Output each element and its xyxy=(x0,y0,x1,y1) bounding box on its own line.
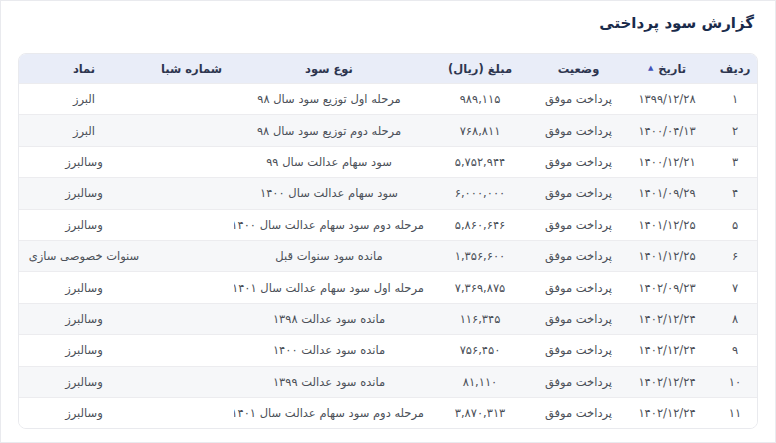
dividend-table: ردیف تاریخ ▲ وضعیت مبلغ (ریال) نوع سود ش… xyxy=(18,53,758,429)
cell-amount: ۳,۸۷۰,۳۱۳ xyxy=(424,406,536,420)
cell-status: پرداخت موفق xyxy=(536,92,621,106)
cell-status: پرداخت موفق xyxy=(536,218,621,232)
table-row: ۱۱۱۴۰۲/۱۲/۲۴پرداخت موفق۳,۸۷۰,۳۱۳مرحله دو… xyxy=(19,397,757,428)
column-header-amount: مبلغ (ریال) xyxy=(424,62,536,76)
column-header-radif: ردیف xyxy=(713,62,757,76)
cell-amount: ۷,۳۶۹,۸۷۵ xyxy=(424,281,536,295)
cell-symbol: وسالبرز xyxy=(19,281,149,295)
cell-radif: ۱۰ xyxy=(713,375,757,389)
cell-radif: ۵ xyxy=(713,218,757,232)
cell-date: ۱۴۰۲/۱۲/۲۴ xyxy=(621,343,713,357)
cell-status: پرداخت موفق xyxy=(536,124,621,138)
cell-radif: ۷ xyxy=(713,281,757,295)
cell-type: سود سهام عدالت سال ۱۴۰۰ xyxy=(234,186,424,200)
cell-amount: ۹۸۹,۱۱۵ xyxy=(424,92,536,106)
cell-radif: ۴ xyxy=(713,186,757,200)
cell-date: ۱۴۰۲/۱۲/۲۴ xyxy=(621,406,713,420)
table-row: ۹۱۴۰۲/۱۲/۲۴پرداخت موفق۷۵۶,۴۵۰مانده سود ع… xyxy=(19,334,757,365)
cell-date: ۱۴۰۰/۰۴/۱۳ xyxy=(621,124,713,138)
cell-date: ۱۴۰۰/۱۲/۲۱ xyxy=(621,155,713,169)
column-header-status: وضعیت xyxy=(536,62,621,76)
cell-symbol: وسالبرز xyxy=(19,375,149,389)
cell-date: ۱۴۰۱/۱۲/۲۵ xyxy=(621,218,713,232)
cell-symbol: البرز xyxy=(19,124,149,138)
cell-symbol: سنوات خصوصی سازی xyxy=(19,249,149,263)
column-header-dividend-type: نوع سود xyxy=(234,62,424,76)
cell-symbol: البرز xyxy=(19,92,149,106)
table-row: ۸۱۴۰۲/۱۲/۲۴پرداخت موفق۱۱۶,۳۴۵مانده سود ع… xyxy=(19,303,757,334)
column-header-symbol: نماد xyxy=(19,62,149,76)
table-row: ۳۱۴۰۰/۱۲/۲۱پرداخت موفق۵,۷۵۲,۹۴۴سود سهام … xyxy=(19,146,757,177)
cell-symbol: وسالبرز xyxy=(19,186,149,200)
cell-radif: ۶ xyxy=(713,249,757,263)
page-title: گزارش سود پرداختی xyxy=(599,14,754,32)
cell-type: سود سهام عدالت سال ۹۹ xyxy=(234,155,424,169)
table-row: ۶۱۴۰۱/۱۲/۲۵پرداخت موفق۱,۳۵۶,۶۰۰مانده سود… xyxy=(19,240,757,271)
cell-type: مرحله دوم سود سهام عدالت سال ۱۴۰۱ xyxy=(234,406,424,420)
table-body: ۱۱۳۹۹/۱۲/۲۸پرداخت موفق۹۸۹,۱۱۵مرحله اول ت… xyxy=(19,83,757,428)
cell-radif: ۳ xyxy=(713,155,757,169)
table-row: ۴۱۴۰۱/۰۹/۲۹پرداخت موفق۶,۰۰۰,۰۰۰سود سهام … xyxy=(19,177,757,208)
cell-amount: ۵,۷۵۲,۹۴۴ xyxy=(424,155,536,169)
column-header-date-label: تاریخ xyxy=(658,62,686,76)
cell-date: ۱۴۰۱/۱۲/۲۵ xyxy=(621,249,713,263)
cell-radif: ۲ xyxy=(713,124,757,138)
cell-status: پرداخت موفق xyxy=(536,186,621,200)
cell-type: مرحله دوم توزیع سود سال ۹۸ xyxy=(234,124,424,138)
table-row: ۲۱۴۰۰/۰۴/۱۳پرداخت موفق۷۶۸,۸۱۱مرحله دوم ت… xyxy=(19,114,757,145)
cell-type: مانده سود عدالت ۱۴۰۰ xyxy=(234,343,424,357)
cell-amount: ۷۶۸,۸۱۱ xyxy=(424,124,536,138)
paid-dividend-report-page: گزارش سود پرداختی ردیف تاریخ ▲ وضعیت مبل… xyxy=(0,0,776,443)
cell-date: ۱۴۰۲/۱۲/۲۴ xyxy=(621,312,713,326)
cell-symbol: وسالبرز xyxy=(19,343,149,357)
cell-status: پرداخت موفق xyxy=(536,343,621,357)
cell-type: مانده سود سنوات قبل xyxy=(234,249,424,263)
cell-status: پرداخت موفق xyxy=(536,406,621,420)
column-header-date[interactable]: تاریخ ▲ xyxy=(621,62,713,76)
cell-symbol: وسالبرز xyxy=(19,312,149,326)
cell-radif: ۹ xyxy=(713,343,757,357)
cell-type: مرحله دوم سود سهام عدالت سال ۱۴۰۰ xyxy=(234,218,424,232)
cell-status: پرداخت موفق xyxy=(536,312,621,326)
cell-amount: ۱۱۶,۳۴۵ xyxy=(424,312,536,326)
cell-amount: ۸۱,۱۱۰ xyxy=(424,375,536,389)
cell-status: پرداخت موفق xyxy=(536,249,621,263)
column-header-sheba-number: شماره شبا xyxy=(149,62,234,76)
cell-date: ۱۳۹۹/۱۲/۲۸ xyxy=(621,92,713,106)
table-row: ۱۰۱۴۰۲/۱۲/۲۴پرداخت موفق۸۱,۱۱۰مانده سود ع… xyxy=(19,366,757,397)
cell-amount: ۱,۳۵۶,۶۰۰ xyxy=(424,249,536,263)
cell-amount: ۷۵۶,۴۵۰ xyxy=(424,343,536,357)
cell-symbol: وسالبرز xyxy=(19,218,149,232)
cell-radif: ۸ xyxy=(713,312,757,326)
table-row: ۵۱۴۰۱/۱۲/۲۵پرداخت موفق۵,۸۶۰,۶۴۶مرحله دوم… xyxy=(19,209,757,240)
cell-radif: ۱ xyxy=(713,92,757,106)
cell-status: پرداخت موفق xyxy=(536,155,621,169)
cell-symbol: وسالبرز xyxy=(19,406,149,420)
table-row: ۱۱۳۹۹/۱۲/۲۸پرداخت موفق۹۸۹,۱۱۵مرحله اول ت… xyxy=(19,83,757,114)
cell-status: پرداخت موفق xyxy=(536,281,621,295)
cell-type: مانده سود عدالت ۱۳۹۹ xyxy=(234,375,424,389)
table-header-row: ردیف تاریخ ▲ وضعیت مبلغ (ریال) نوع سود ش… xyxy=(19,54,757,83)
cell-radif: ۱۱ xyxy=(713,406,757,420)
cell-date: ۱۴۰۱/۰۹/۲۹ xyxy=(621,186,713,200)
cell-amount: ۶,۰۰۰,۰۰۰ xyxy=(424,186,536,200)
cell-amount: ۵,۸۶۰,۶۴۶ xyxy=(424,218,536,232)
cell-type: مرحله اول توزیع سود سال ۹۸ xyxy=(234,92,424,106)
table-row: ۷۱۴۰۲/۰۹/۲۳پرداخت موفق۷,۳۶۹,۸۷۵مرحله اول… xyxy=(19,271,757,302)
cell-date: ۱۴۰۲/۰۹/۲۳ xyxy=(621,281,713,295)
cell-type: مانده سود عدالت ۱۳۹۸ xyxy=(234,312,424,326)
cell-date: ۱۴۰۲/۱۲/۲۴ xyxy=(621,375,713,389)
cell-status: پرداخت موفق xyxy=(536,375,621,389)
cell-type: مرحله اول سود سهام عدالت سال ۱۴۰۱ xyxy=(234,281,424,295)
cell-symbol: وسالبرز xyxy=(19,155,149,169)
sort-ascending-icon[interactable]: ▲ xyxy=(648,65,653,72)
